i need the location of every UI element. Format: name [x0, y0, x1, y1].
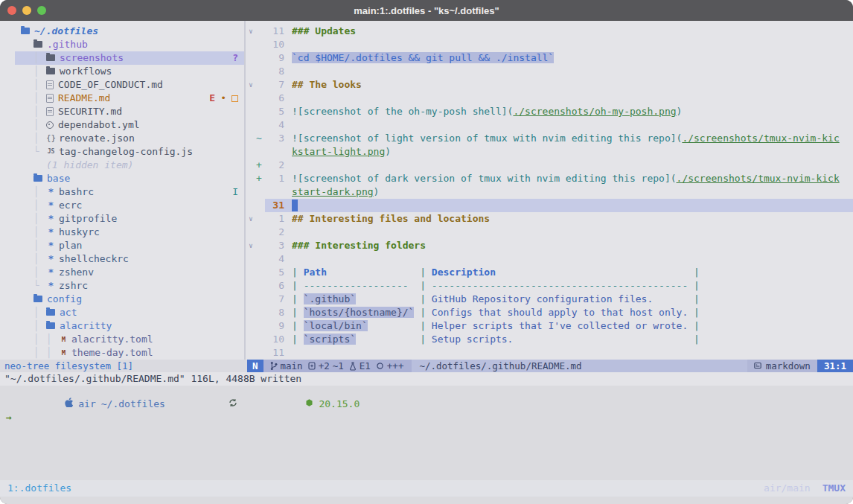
fold-chevron-icon[interactable]: ∨: [246, 78, 256, 92]
tmux-window-tab[interactable]: 1:.dotfiles: [7, 480, 71, 497]
editor-line[interactable]: 4: [246, 118, 853, 132]
git-sign: +: [256, 159, 265, 172]
tree-guide: [33, 159, 46, 172]
tree-item-base[interactable]: base: [15, 172, 244, 185]
editor-line[interactable]: start-dark.png): [246, 185, 853, 199]
tree-item-alacritty-toml[interactable]: ││Malacritty.toml: [15, 333, 244, 346]
tree-item-renovate-json[interactable]: │{}renovate.json: [15, 132, 244, 145]
gutter-gap: [284, 132, 292, 145]
shell-input-line[interactable]: →: [0, 411, 853, 424]
gutter-gap: [284, 266, 292, 279]
tree-item-plan[interactable]: │*plan: [15, 239, 244, 252]
tree-item-tag-changelog-config-js[interactable]: └JStag-changelog-config.js: [15, 145, 244, 159]
tree-item-code-of-conduct-md[interactable]: │CODE_OF_CONDUCT.md: [15, 78, 244, 92]
editor-line[interactable]: 4: [246, 252, 853, 266]
tree-item-alacritty[interactable]: │alacritty: [15, 319, 244, 333]
line-number: 31: [265, 199, 284, 212]
tree-item-zshrc[interactable]: └*zshrc: [15, 279, 244, 293]
editor-line[interactable]: ∨11### Updates: [246, 25, 853, 38]
tree-guide: └: [33, 145, 46, 159]
tree-item-readme-md[interactable]: │README.mdE•: [15, 92, 244, 105]
tree-item-theme-day-toml[interactable]: ││Mtheme-day.toml: [15, 346, 244, 360]
tree-item-act[interactable]: │act: [15, 306, 244, 319]
editor-line[interactable]: 5![screenshot of the oh-my-posh shell](.…: [246, 105, 853, 118]
tree-guide: │: [33, 212, 46, 226]
tree-label: SECURITY.md: [58, 105, 122, 118]
syntax-segment: [496, 267, 694, 278]
editor-line[interactable]: 10: [246, 38, 853, 51]
tree-item-security-md[interactable]: │SECURITY.md: [15, 105, 244, 118]
status-extra: +++: [376, 360, 404, 372]
editor-line[interactable]: ∨3### Interesting folders: [246, 239, 853, 252]
statusline-file-path: ~/.dotfiles/.github/README.md: [412, 360, 747, 372]
zoom-button[interactable]: [37, 6, 46, 15]
fold-chevron-icon[interactable]: ∨: [246, 239, 256, 252]
fold-chevron-icon[interactable]: ∨: [246, 25, 256, 38]
star-icon: *: [46, 226, 56, 239]
editor-line[interactable]: 9| `local/bin` | Helper scripts that I'v…: [246, 319, 853, 333]
tree-item-workflows[interactable]: │workflows: [15, 65, 244, 78]
star-icon: *: [46, 239, 56, 252]
tree-item-1-hidden-item[interactable]: (1 hidden item): [15, 159, 244, 172]
tree-item-dotfiles[interactable]: ~/.dotfiles: [15, 25, 244, 38]
editor-line[interactable]: 2: [246, 226, 853, 239]
editor-buffer[interactable]: ∨11### Updates109`cd $HOME/.dotfiles && …: [246, 21, 853, 360]
tree-item-ecrc[interactable]: │*ecrc: [15, 199, 244, 212]
tree-item-github[interactable]: .github: [15, 38, 244, 51]
line-number: 9: [265, 51, 284, 65]
tree-item-huskyrc[interactable]: │*huskyrc: [15, 226, 244, 239]
tree-item-gitprofile[interactable]: │*gitprofile: [15, 212, 244, 226]
editor-line[interactable]: +1![screenshot of dark version of tmux w…: [246, 172, 853, 185]
tree-item-bashrc[interactable]: │*bashrcI: [15, 185, 244, 199]
tree-item-zshenv[interactable]: │*zshenv: [15, 266, 244, 279]
syntax-segment: [653, 293, 694, 304]
gear-icon: [46, 121, 54, 129]
tree-item-screenshots[interactable]: │screenshots?: [15, 51, 244, 65]
editor-line[interactable]: kstart-light.png): [246, 145, 853, 159]
minimize-button[interactable]: [22, 6, 31, 15]
tree-guide: │: [33, 51, 46, 65]
star-icon: *: [46, 266, 56, 279]
editor-line[interactable]: +2: [246, 159, 853, 172]
editor-line[interactable]: 5| Path | Description |: [246, 266, 853, 279]
tree-item-shellcheckrc[interactable]: │*shellcheckrc: [15, 252, 244, 266]
editor-line[interactable]: 8: [246, 65, 853, 78]
line-number: 9: [265, 319, 284, 333]
unstaged-badge: [231, 95, 238, 102]
tree-item-dependabot-yml[interactable]: │dependabot.yml: [15, 118, 244, 132]
editor-line[interactable]: 9`cd $HOME/.dotfiles && git pull && ./in…: [246, 51, 853, 65]
editor-line[interactable]: 7| `.github` | GitHub Repository configu…: [246, 293, 853, 306]
tree-guide: [21, 266, 33, 279]
tree-label: screenshots: [60, 51, 124, 65]
tree-item-config[interactable]: config: [15, 293, 244, 306]
line-number: 6: [265, 279, 284, 293]
editor-line[interactable]: 31: [246, 199, 853, 212]
gutter-gap: [284, 279, 292, 293]
editor-line[interactable]: ∨1## Interesting files and locations: [246, 212, 853, 226]
dot-badge: •: [220, 92, 226, 105]
fold-chevron-icon[interactable]: ∨: [246, 212, 256, 226]
editor-line[interactable]: 10| `scripts` | Setup scripts. |: [246, 333, 853, 346]
tree-guide: [21, 145, 33, 159]
editor-line[interactable]: 6: [246, 92, 853, 105]
tmux-status-bar: 1:.dotfiles air/main TMUX: [0, 480, 853, 497]
editor-line[interactable]: 8| `hosts/{hostname}/` | Configs that sh…: [246, 306, 853, 319]
sign-column: [256, 333, 265, 346]
star-icon: *: [46, 279, 56, 293]
line-number: 8: [265, 65, 284, 78]
fold-column: [246, 319, 256, 333]
syntax-segment: ![screenshot of dark version of tmux wit…: [292, 173, 677, 184]
editor-line[interactable]: 6| ------------------ | ----------------…: [246, 279, 853, 293]
syntax-segment: GitHub Repository configuration files.: [432, 293, 653, 304]
toml-icon: M: [59, 333, 68, 346]
editor-line[interactable]: 11: [246, 346, 853, 360]
syntax-segment: Configs that should apply to that host o…: [432, 307, 688, 318]
line-text: | Path | Description |: [292, 266, 853, 279]
syntax-segment: start-dark.png: [292, 186, 374, 197]
line-text: | `.github` | GitHub Repository configur…: [292, 293, 853, 306]
editor-line[interactable]: ~3![screenshot of light version of tmux …: [246, 132, 853, 145]
line-text: [292, 199, 853, 212]
tree-guide: │: [33, 92, 46, 105]
close-button[interactable]: [7, 6, 16, 15]
editor-line[interactable]: ∨7## The looks: [246, 78, 853, 92]
